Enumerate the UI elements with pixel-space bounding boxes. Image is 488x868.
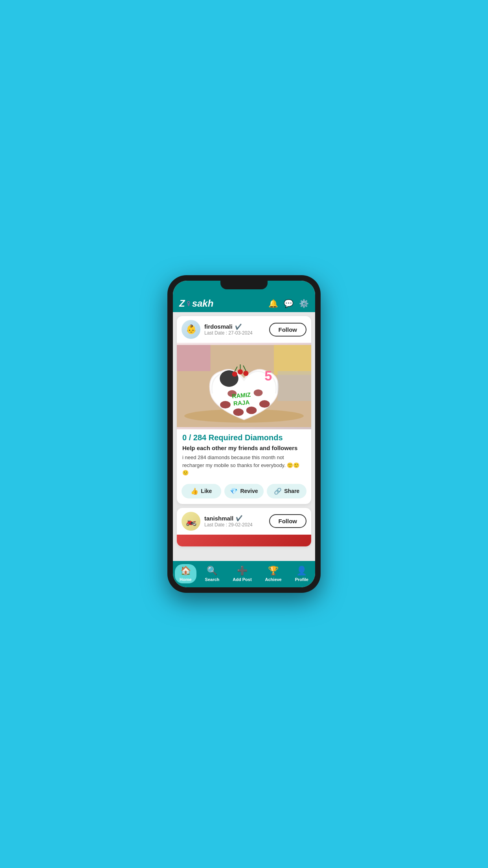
- nav-label-profile: Profile: [295, 577, 308, 582]
- nav-label-home: Home: [180, 577, 192, 582]
- feed: 👶 firdosmali ✔️ Last Date : 27-03-2024 F…: [173, 312, 315, 561]
- bottom-nav: 🏠 Home 🔍 Search ➕ Add Post 🏆 Achieve 👤 P…: [173, 561, 315, 587]
- post-desc-1: i need 284 diamonds because this month n…: [177, 453, 311, 481]
- post-card-1: 👶 firdosmali ✔️ Last Date : 27-03-2024 F…: [177, 316, 311, 504]
- post-image-2-partial: [177, 535, 311, 546]
- share-icon: 🔗: [274, 487, 282, 495]
- svg-point-2: [220, 401, 231, 408]
- post-actions-1: 👍 Like 💎 Revive 🔗 Share: [177, 481, 311, 504]
- nav-label-search: Search: [205, 577, 220, 582]
- revive-label: Revive: [240, 488, 258, 494]
- app-logo: Z♀sakh: [179, 298, 213, 309]
- svg-point-14: [243, 371, 248, 376]
- phone-frame: Z♀sakh 🔔 💬 ⚙️ 👶 firdosmali ✔️: [167, 275, 321, 593]
- last-date-1: Last Date : 27-03-2024: [204, 330, 265, 336]
- username-1: firdosmali: [204, 323, 233, 330]
- achieve-icon: 🏆: [268, 566, 279, 576]
- svg-rect-18: [274, 345, 311, 375]
- message-icon[interactable]: 💬: [284, 299, 294, 308]
- revive-icon: 💎: [230, 487, 238, 495]
- home-icon: 🏠: [180, 566, 191, 576]
- search-icon: 🔍: [207, 566, 217, 576]
- follow-button-1[interactable]: Follow: [269, 323, 307, 337]
- header-icons: 🔔 💬 ⚙️: [268, 299, 309, 308]
- svg-text:5: 5: [264, 368, 272, 383]
- post-card-2: 🏍️ tanishmall ✔️ Last Date : 29-02-2024 …: [177, 508, 311, 546]
- like-button[interactable]: 👍 Like: [182, 484, 221, 498]
- svg-point-7: [254, 390, 263, 396]
- last-date-2: Last Date : 29-02-2024: [204, 522, 265, 528]
- share-button[interactable]: 🔗 Share: [267, 484, 306, 498]
- svg-text:RAJA: RAJA: [233, 399, 250, 407]
- phone-screen: Z♀sakh 🔔 💬 ⚙️ 👶 firdosmali ✔️: [173, 281, 315, 587]
- svg-rect-19: [177, 345, 211, 371]
- like-label: Like: [201, 488, 212, 494]
- share-label: Share: [284, 488, 299, 494]
- post-header-2: 🏍️ tanishmall ✔️ Last Date : 29-02-2024 …: [177, 508, 311, 535]
- verified-icon-1: ✔️: [235, 324, 242, 330]
- follow-button-2[interactable]: Follow: [269, 514, 307, 528]
- verified-icon-2: ✔️: [236, 515, 242, 521]
- profile-icon: 👤: [296, 566, 307, 576]
- post-title-1: Help each other my friends and followers: [177, 444, 311, 453]
- username-row-2: tanishmall ✔️: [204, 515, 265, 522]
- nav-item-profile[interactable]: 👤 Profile: [290, 564, 313, 583]
- nav-item-add-post[interactable]: ➕ Add Post: [228, 564, 256, 583]
- status-bar: [173, 281, 315, 295]
- avatar-tanishmall: 🏍️: [182, 512, 200, 531]
- nav-label-add-post: Add Post: [233, 577, 251, 582]
- svg-rect-20: [278, 371, 312, 401]
- post-diamonds-1: 0 / 284 Required Diamonds: [177, 429, 311, 444]
- notch: [220, 281, 268, 289]
- svg-point-5: [259, 400, 270, 408]
- top-header: Z♀sakh 🔔 💬 ⚙️: [173, 295, 315, 312]
- user-info-2: tanishmall ✔️ Last Date : 29-02-2024: [204, 515, 265, 528]
- username-2: tanishmall: [204, 515, 233, 522]
- nav-label-achieve: Achieve: [265, 577, 282, 582]
- nav-item-achieve[interactable]: 🏆 Achieve: [261, 564, 286, 583]
- notification-icon[interactable]: 🔔: [268, 299, 278, 308]
- avatar-firdosmali: 👶: [182, 320, 200, 339]
- revive-button[interactable]: 💎 Revive: [224, 484, 264, 498]
- logo-accent: ♀: [185, 298, 192, 309]
- add-post-icon: ➕: [237, 566, 248, 576]
- like-icon: 👍: [191, 487, 198, 495]
- nav-item-search[interactable]: 🔍 Search: [200, 564, 224, 583]
- settings-icon[interactable]: ⚙️: [299, 299, 309, 308]
- user-info-1: firdosmali ✔️ Last Date : 27-03-2024: [204, 323, 265, 336]
- svg-point-3: [233, 408, 244, 416]
- nav-item-home[interactable]: 🏠 Home: [175, 564, 196, 583]
- cake-image-svg: 5 RAMIZ RAJA: [177, 343, 311, 429]
- svg-point-13: [238, 369, 243, 374]
- username-row-1: firdosmali ✔️: [204, 323, 265, 330]
- svg-point-12: [232, 371, 237, 377]
- post-header-1: 👶 firdosmali ✔️ Last Date : 27-03-2024 F…: [177, 316, 311, 343]
- post-image-1: 5 RAMIZ RAJA: [177, 343, 311, 429]
- svg-point-4: [246, 406, 257, 414]
